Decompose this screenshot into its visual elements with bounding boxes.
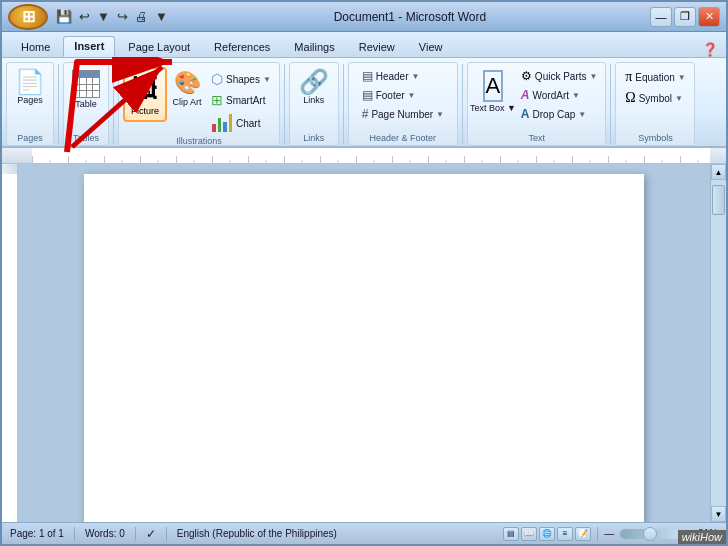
footer-icon: ▤	[362, 88, 373, 102]
minimize-button[interactable]: —	[650, 7, 672, 27]
close-button[interactable]: ✕	[698, 7, 720, 27]
office-button[interactable]: ⊞	[8, 4, 48, 30]
drop-cap-button[interactable]: A Drop Cap ▼	[517, 105, 602, 123]
page-number-button[interactable]: # Page Number ▼	[358, 105, 448, 123]
restore-button[interactable]: ❐	[674, 7, 696, 27]
links-content: 🔗 Links	[295, 65, 333, 132]
smartart-icon: ⊞	[211, 92, 223, 108]
footer-arrow: ▼	[408, 91, 416, 100]
pages-content: 📄 Pages	[11, 65, 49, 132]
ruler-h-inner	[32, 148, 710, 163]
title-bar: ⊞ 💾 ↩ ▼ ↪ 🖨 ▼ Document1 - Microsoft Word…	[2, 2, 726, 32]
help-icon[interactable]: ❓	[702, 42, 718, 57]
header-arrow: ▼	[412, 72, 420, 81]
word-art-button[interactable]: A WordArt ▼	[517, 86, 602, 104]
status-divider-1	[74, 527, 75, 541]
text-col-btns: ⚙ Quick Parts ▼ A WordArt ▼ A Drop Cap ▼	[517, 67, 602, 123]
print-button[interactable]: 🖨	[133, 7, 150, 26]
scroll-track[interactable]	[711, 180, 726, 506]
links-icon: 🔗	[299, 70, 329, 94]
header-button[interactable]: ▤ Header ▼	[358, 67, 424, 85]
picture-button[interactable]: 🖼 Picture	[123, 67, 167, 122]
equation-label: Equation	[635, 72, 674, 83]
status-bar: Page: 1 of 1 Words: 0 ✓ English (Republi…	[2, 522, 726, 544]
ribbon-tabs: Home Insert Page Layout References Maili…	[2, 32, 726, 58]
clip-art-button[interactable]: 🎨 Clip Art	[169, 67, 205, 110]
word-art-label: WordArt	[533, 90, 570, 101]
word-count: Words: 0	[85, 528, 125, 539]
document-area: ▲ ▼	[2, 164, 726, 522]
hf-group-label: Header & Footer	[353, 132, 453, 145]
zoom-slider[interactable]	[620, 529, 680, 539]
chart-button[interactable]: Chart	[207, 111, 275, 135]
draft-button[interactable]: 📝	[575, 527, 591, 541]
page-number-arrow: ▼	[436, 110, 444, 119]
tables-content: Table	[68, 65, 104, 132]
shapes-button[interactable]: ⬡ Shapes ▼	[207, 69, 275, 89]
web-layout-button[interactable]: 🌐	[539, 527, 555, 541]
illus-right: ⬡ Shapes ▼ ⊞ SmartArt	[207, 67, 275, 135]
text-box-button[interactable]: A Text Box ▼	[472, 67, 514, 116]
header-icon: ▤	[362, 69, 373, 83]
tab-view[interactable]: View	[408, 37, 454, 57]
footer-label: Footer	[376, 90, 405, 101]
pages-group-label: Pages	[11, 132, 49, 145]
quick-parts-button[interactable]: ⚙ Quick Parts ▼	[517, 67, 602, 85]
symbol-icon: Ω	[625, 90, 635, 106]
equation-icon: π	[625, 69, 632, 85]
hf-content: ▤ Header ▼ ▤ Footer ▼ # Page Number ▼	[358, 65, 448, 132]
picture-icon: 🖼	[132, 73, 158, 104]
drop-cap-label: Drop Cap	[533, 109, 576, 120]
pages-label: Pages	[17, 95, 43, 105]
zoom-minus[interactable]: —	[604, 528, 614, 539]
text-box-icon: A	[483, 70, 504, 102]
tab-home[interactable]: Home	[10, 37, 61, 57]
wikihow-watermark: wikiHow	[678, 530, 726, 544]
zoom-handle[interactable]	[643, 527, 657, 541]
scroll-up-button[interactable]: ▲	[711, 164, 726, 180]
clip-art-label: Clip Art	[173, 97, 202, 107]
links-label: Links	[303, 95, 324, 105]
smartart-button[interactable]: ⊞ SmartArt	[207, 90, 275, 110]
qa-dropdown[interactable]: ▼	[153, 7, 170, 26]
drop-cap-arrow: ▼	[578, 110, 586, 119]
tab-page-layout[interactable]: Page Layout	[117, 37, 201, 57]
scroll-thumb[interactable]	[712, 185, 725, 215]
page-number-label: Page Number	[371, 109, 433, 120]
illus-group-label: Illustrations	[123, 135, 275, 148]
symbol-label: Symbol	[639, 93, 672, 104]
document-page[interactable]	[84, 174, 644, 522]
sep2	[113, 64, 114, 144]
tab-review[interactable]: Review	[348, 37, 406, 57]
window-controls: — ❐ ✕	[650, 7, 720, 27]
quick-access-toolbar: 💾 ↩ ▼ ↪ 🖨 ▼	[54, 7, 170, 26]
undo-button[interactable]: ↩	[77, 7, 92, 26]
ribbon: 📄 Pages Pages Table Tab	[2, 58, 726, 148]
language: English (Republic of the Philippines)	[177, 528, 337, 539]
print-layout-button[interactable]: ▤	[503, 527, 519, 541]
symbol-button[interactable]: Ω Symbol ▼	[621, 88, 687, 108]
tab-mailings[interactable]: Mailings	[283, 37, 345, 57]
tab-references[interactable]: References	[203, 37, 281, 57]
pages-button[interactable]: 📄 Pages	[11, 67, 49, 108]
links-group-label: Links	[294, 132, 334, 145]
footer-button[interactable]: ▤ Footer ▼	[358, 86, 420, 104]
scroll-down-button[interactable]: ▼	[711, 506, 726, 522]
equation-button[interactable]: π Equation ▼	[621, 67, 689, 87]
undo-dropdown[interactable]: ▼	[95, 7, 112, 26]
ribbon-group-illustrations: 🖼 Picture 🎨 Clip Art ⬡ Shapes ▼	[118, 62, 280, 146]
redo-button[interactable]: ↪	[115, 7, 130, 26]
view-buttons: ▤ 📖 🌐 ≡ 📝	[503, 527, 591, 541]
title-bar-left: ⊞ 💾 ↩ ▼ ↪ 🖨 ▼	[8, 4, 170, 30]
tab-insert[interactable]: Insert	[63, 36, 115, 57]
full-reading-button[interactable]: 📖	[521, 527, 537, 541]
vertical-scrollbar[interactable]: ▲ ▼	[710, 164, 726, 522]
outline-button[interactable]: ≡	[557, 527, 573, 541]
header-label: Header	[376, 71, 409, 82]
table-button[interactable]: Table	[68, 67, 104, 112]
links-button[interactable]: 🔗 Links	[295, 67, 333, 108]
save-button[interactable]: 💾	[54, 7, 74, 26]
illus-content: 🖼 Picture 🎨 Clip Art ⬡ Shapes ▼	[123, 65, 275, 135]
sep4	[343, 64, 344, 144]
horizontal-ruler	[2, 148, 726, 164]
